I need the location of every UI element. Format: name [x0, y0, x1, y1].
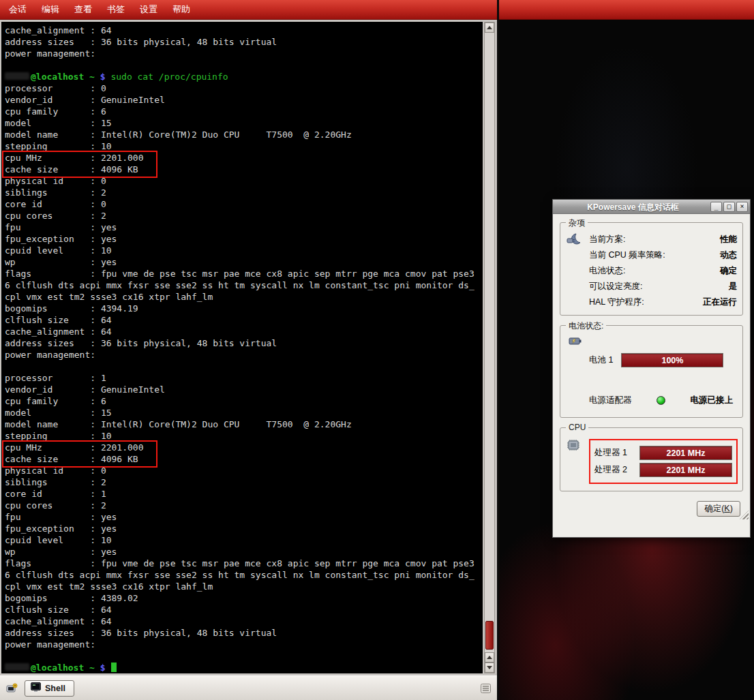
kpowersave-dialog: KPowersave 信息对话框 _ □ × 杂项: [552, 199, 751, 538]
adapter-label: 电源适配器: [589, 395, 632, 406]
terminal-line: fpu_exception : yes: [5, 233, 474, 245]
menu-item[interactable]: 书签: [100, 1, 132, 18]
highlight-box-cpu0: [2, 151, 157, 178]
terminal-line: core id : 0: [5, 198, 474, 210]
info-label: 可以设定亮度:: [589, 280, 642, 292]
terminal-line: fpu_exception : yes: [5, 523, 474, 534]
session-list-icon: [481, 684, 491, 693]
cpu-icon: [566, 439, 582, 455]
cpu-frequency-value: 2201 MHz: [667, 448, 706, 458]
terminal-line: clflush size : 64: [5, 314, 474, 326]
misc-rows: 当前方案:性能当前 CPU 频率策略:动态电池状态:确定可以设定亮度:是HAL …: [589, 232, 737, 308]
ok-button[interactable]: 确定(K): [697, 501, 740, 517]
terminal-line: cpu cores : 2: [5, 210, 474, 222]
terminal-line: cache_alignment : 64: [5, 25, 474, 36]
terminal-line: wp : yes: [5, 546, 474, 558]
terminal-line: siblings : 2: [5, 476, 474, 488]
menu-item[interactable]: 会话: [1, 1, 34, 18]
battery-group-label: 电池状态:: [566, 320, 606, 332]
menu-item[interactable]: 帮助: [165, 1, 198, 18]
terminal-line: vendor_id : GenuineIntel: [5, 94, 474, 106]
cpu-rows: 处理器 12201 MHz处理器 22201 MHz: [594, 446, 732, 477]
scroll-down-icon[interactable]: [485, 663, 494, 673]
tab-label: Shell: [45, 684, 65, 693]
info-value: 正在运行: [703, 296, 737, 308]
video-titlebar[interactable]: [499, 0, 754, 20]
menu-item[interactable]: 设置: [132, 1, 165, 18]
terminal-line: cache_alignment : 64: [5, 615, 474, 627]
power-led-icon: [657, 396, 665, 405]
scroll-thumb[interactable]: [485, 621, 494, 650]
desktop: 会话编辑查看书签设置帮助 cache_alignment : 64address…: [0, 0, 754, 700]
terminal-scrollbar[interactable]: [484, 22, 495, 673]
prompt-host: @localhost ~: [31, 72, 95, 82]
battery-label: 电池 1: [589, 354, 613, 366]
prompt-host: @localhost ~: [31, 663, 95, 673]
terminal-line: cpuid level : 10: [5, 534, 474, 546]
processor-label: 处理器 2: [594, 464, 634, 476]
scroll-up2-icon[interactable]: [485, 652, 494, 663]
terminal-line: cpu family : 6: [5, 106, 474, 117]
terminal-line: wp : yes: [5, 256, 474, 268]
terminal-line: cpuid level : 10: [5, 245, 474, 256]
terminal-line: vendor_id : GenuineIntel: [5, 384, 474, 395]
battery-value: 100%: [661, 356, 683, 365]
redacted-username: [5, 663, 29, 671]
terminal-line: @localhost ~ $: [5, 662, 474, 673]
info-label: 当前 CPU 频率策略:: [589, 249, 665, 261]
terminal-cursor: [111, 663, 117, 672]
terminal-line: [5, 59, 474, 71]
cpu-group-label: CPU: [566, 423, 588, 432]
info-row: 当前方案:性能: [589, 233, 737, 245]
terminal-line: 6 clflush dts acpi mmx fxsr sse sse2 ss …: [5, 279, 474, 291]
info-row: HAL 守护程序:正在运行: [589, 296, 737, 308]
battery-group: 电池状态: 电池 1 100%: [560, 325, 743, 418]
terminal-line: power management:: [5, 639, 474, 650]
terminal-output: cache_alignment : 64address sizes : 36 b…: [5, 25, 474, 673]
terminal-line: address sizes : 36 bits physical, 48 bit…: [5, 627, 474, 639]
terminal-screen[interactable]: cache_alignment : 64address sizes : 36 b…: [1, 22, 483, 673]
terminal-line: fpu : yes: [5, 222, 474, 233]
terminal-line: model : 15: [5, 117, 474, 129]
cpu-highlight-box: 处理器 12201 MHz处理器 22201 MHz: [589, 439, 738, 484]
cpu-frequency-value: 2201 MHz: [667, 466, 706, 475]
terminal-line: fpu : yes: [5, 511, 474, 523]
close-icon[interactable]: ×: [736, 202, 748, 212]
misc-group: 杂项 当前方案:性能当前 CPU 频率策略:动态电池状态:确定可以设定亮度:是H…: [560, 222, 743, 316]
info-value: 动态: [720, 249, 737, 261]
menu-item[interactable]: 查看: [67, 1, 100, 18]
kpowersave-icon: [566, 232, 582, 249]
terminal-line: address sizes : 36 bits physical, 48 bit…: [5, 337, 474, 349]
menubar: 会话编辑查看书签设置帮助: [0, 0, 497, 20]
session-tabbar: Shell: [0, 675, 497, 700]
terminal-window: 会话编辑查看书签设置帮助 cache_alignment : 64address…: [0, 0, 497, 700]
misc-group-label: 杂项: [566, 217, 588, 229]
battery-progressbar: 100%: [621, 353, 723, 367]
tab-shell[interactable]: Shell: [25, 680, 74, 697]
minimize-icon[interactable]: _: [710, 202, 722, 212]
menu-item[interactable]: 编辑: [34, 1, 67, 18]
terminal-line: power management:: [5, 349, 474, 361]
info-label: 当前方案:: [589, 233, 625, 245]
terminal-line: [5, 650, 474, 662]
dialog-titlebar[interactable]: KPowersave 信息对话框 _ □ ×: [553, 200, 750, 214]
info-row: 当前 CPU 频率策略:动态: [589, 249, 737, 261]
new-session-icon: [6, 683, 18, 694]
maximize-icon[interactable]: □: [723, 202, 735, 212]
info-label: HAL 守护程序:: [589, 296, 644, 308]
scroll-up-icon[interactable]: [485, 22, 494, 33]
terminal-line: core id : 1: [5, 488, 474, 500]
session-list-button[interactable]: [478, 681, 493, 696]
terminal-line: bogomips : 4389.02: [5, 592, 474, 604]
terminal-line: flags : fpu vme de pse tsc msr pae mce c…: [5, 558, 474, 569]
new-session-button[interactable]: [4, 681, 19, 696]
terminal-line: address sizes : 36 bits physical, 48 bit…: [5, 36, 474, 48]
info-row: 电池状态:确定: [589, 264, 737, 277]
cpu-row: 处理器 12201 MHz: [594, 446, 732, 460]
terminal-line: @localhost ~ $ sudo cat /proc/cpuinfo: [5, 71, 474, 82]
terminal-line: model name : Intel(R) Core(TM)2 Duo CPU …: [5, 419, 474, 430]
command-text: sudo cat /proc/cpuinfo: [110, 72, 228, 82]
terminal-line: model name : Intel(R) Core(TM)2 Duo CPU …: [5, 129, 474, 140]
cpu-group: CPU 处理器 12201 MHz处理器 22201 MHz: [560, 427, 743, 491]
ok-label-post: ): [730, 504, 733, 513]
